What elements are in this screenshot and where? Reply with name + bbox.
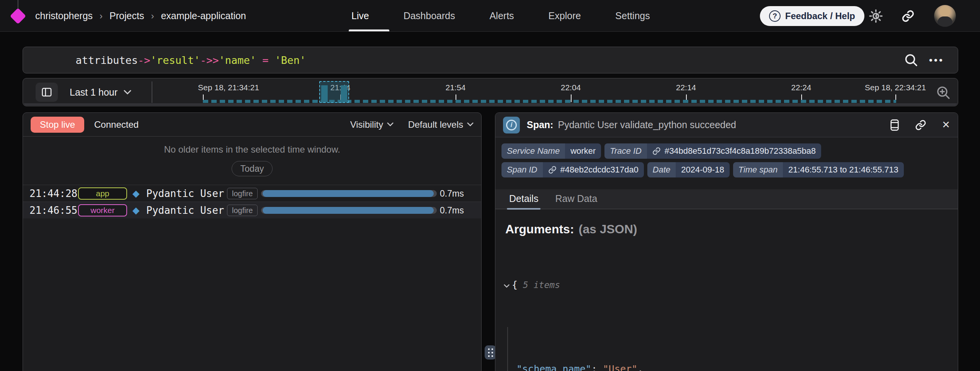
histogram-bar [341,85,347,102]
timeline-tick-label: 21:54 [446,83,466,92]
theme-toggle-button[interactable] [868,8,884,24]
service-badge[interactable]: app [78,187,127,200]
span-duration: 0.7ms [440,202,464,219]
badge-label: Service Name [501,143,565,159]
breadcrumb-org[interactable]: christophergs [35,10,93,21]
logfire-app: christophergs › Projects › example-appli… [0,0,980,371]
feedback-help-button[interactable]: ? Feedback / Help [760,6,864,26]
copy-link-icon[interactable] [915,119,926,131]
user-avatar[interactable] [934,5,956,27]
link-icon [652,147,661,155]
sidebar-toggle-button[interactable] [36,83,58,102]
span-row[interactable]: 21:44:28 app ◆ Pydantic User logfire 0.7… [23,185,481,202]
scope-tag[interactable]: logfire [227,205,258,216]
search-icon[interactable] [904,53,918,67]
query-operator: ->> [200,54,219,66]
main-nav-tabs: Live Dashboards Alerts Explore Settings [351,0,650,32]
info-icon: i [503,117,520,133]
breadcrumb-project[interactable]: example-application [161,10,246,21]
stop-live-button[interactable]: Stop live [31,117,84,133]
today-button[interactable]: Today [232,161,273,176]
badge-value: 21:46:55.713 to 21:46:55.713 [783,162,903,177]
chevron-down-icon [124,90,131,95]
service-badge[interactable]: worker [78,204,127,216]
tab-alerts[interactable]: Alerts [490,10,514,21]
timeline-tick-label: 22:24 [791,83,812,92]
date-badge: Date 2024-09-18 [647,162,730,177]
span-label: Span: [527,119,553,130]
timeline-activity-strip[interactable] [203,100,896,103]
badge-value: 2024-09-18 [676,162,730,177]
query-operator: -> [138,54,150,66]
empty-state-message: No older items in the selected time wind… [23,144,481,155]
span-attribute-badges: Service Name worker Trace ID #34bd8e51d7… [501,143,952,177]
scope-tag[interactable]: logfire [227,188,258,199]
timeline-scrollbar[interactable] [24,103,957,106]
sql-query-input[interactable]: attributes->'result'->>'name' = 'Ben' [38,42,306,78]
badge-value: #34bd8e51d73c3f4c8a189b72338a5ba8 [665,146,816,156]
panel-left-icon [41,86,52,98]
live-view-panel: Stop live Connected Visibility Default l… [23,112,482,371]
query-column: attributes [76,54,138,66]
query-operator: = [256,54,275,66]
span-detail-header: i Span: Pydantic User validate_python su… [495,113,958,137]
badge-value: worker [565,143,601,159]
json-viewer: {5 items "schema_name": "User", "validat… [504,243,950,371]
expand-panel-icon[interactable] [890,119,900,131]
query-string: 'Ben' [275,54,306,66]
connection-status: Connected [94,119,139,130]
time-range-dropdown[interactable]: Last 1 hour [70,78,131,106]
json-root-line[interactable]: {5 items [504,277,950,293]
span-list: 21:44:28 app ◆ Pydantic User logfire 0.7… [23,185,481,218]
time-range-label: Last 1 hour [70,87,118,98]
badge-label: Time span [733,162,783,177]
duration-bar [263,190,434,197]
trace-id-badge[interactable]: Trace ID #34bd8e51d73c3f4c8a189b72338a5b… [604,143,821,159]
badge-value: #48eb2cdcdc317da0 [560,165,639,175]
sun-moon-icon [869,9,883,23]
timeline-selection[interactable] [319,81,349,103]
tab-settings[interactable]: Settings [615,10,650,21]
timeline-zoom-button[interactable] [935,84,952,101]
tab-live[interactable]: Live [351,10,369,21]
chevron-down-icon [387,122,394,127]
time-span-badge: Time span 21:46:55.713 to 21:46:55.713 [733,162,904,177]
span-row[interactable]: 21:46:55 worker ◆ Pydantic User logfire … [23,202,481,218]
span-id-badge[interactable]: Span ID #48eb2cdcdc317da0 [501,162,644,177]
breadcrumb-projects[interactable]: Projects [109,10,144,21]
more-options-icon[interactable]: ••• [929,54,944,66]
tab-details[interactable]: Details [509,193,538,209]
span-time: 21:46:55 [29,202,77,219]
empty-state: No older items in the selected time wind… [23,137,481,185]
span-time: 21:44:28 [29,185,77,202]
span-diamond-icon: ◆ [132,202,139,219]
span-name: Pydantic User [146,185,224,202]
tab-explore[interactable]: Explore [549,10,581,21]
close-panel-icon[interactable]: ✕ [942,119,950,131]
visibility-dropdown[interactable]: Visibility [350,119,394,130]
chevron-down-icon [467,122,474,127]
badge-label: Trace ID [604,143,647,159]
duration-bar-track [261,190,437,197]
chevron-right-icon: › [151,11,154,21]
badge-label: Span ID [501,162,543,177]
default-levels-dropdown[interactable]: Default levels [408,119,474,130]
breadcrumb: christophergs › Projects › example-appli… [35,0,246,32]
span-detail-panel: i Span: Pydantic User validate_python su… [495,112,958,371]
timeline-tick-label: 22:14 [676,83,696,92]
active-tab-underline [349,29,389,31]
logfire-logo-icon[interactable] [10,8,26,24]
span-title: Pydantic User validate_python succeeded [558,119,736,130]
tab-dashboards[interactable]: Dashboards [403,10,455,21]
span-duration: 0.7ms [440,185,464,202]
panel-resize-handle[interactable] [485,345,496,360]
arguments-heading: Arguments:(as JSON) [505,222,637,236]
timeline-tick-label: 22:04 [561,83,581,92]
query-bar[interactable]: attributes->'result'->>'name' = 'Ben' ••… [23,47,958,73]
service-name-badge: Service Name worker [501,143,601,159]
chevron-right-icon: › [100,11,103,21]
tab-raw-data[interactable]: Raw Data [555,193,597,209]
collapse-caret-icon[interactable] [504,284,510,288]
span-diamond-icon: ◆ [132,185,139,202]
share-link-button[interactable] [900,8,916,24]
